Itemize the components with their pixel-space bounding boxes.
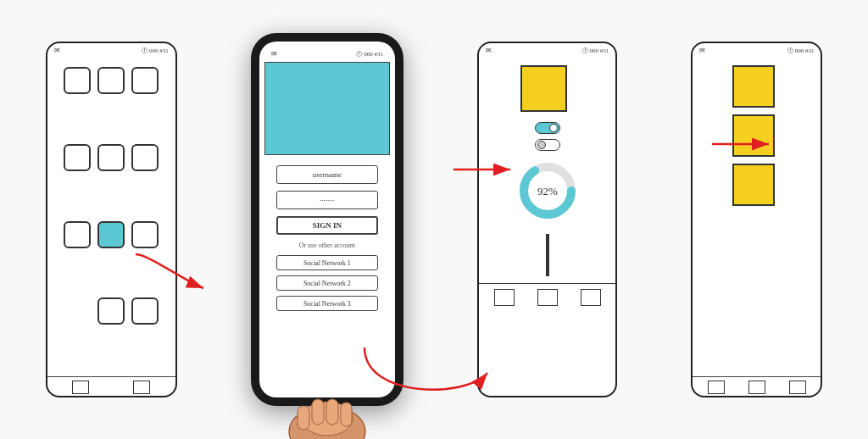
screen3-hero-image: [520, 65, 567, 112]
svg-rect-4: [312, 399, 324, 425]
screen4-img-1[interactable]: [732, 65, 775, 108]
screen4-tab-1[interactable]: [708, 381, 725, 394]
app-icon-9[interactable]: [131, 221, 159, 248]
screen3-frame: ✉ ⓕ 000 #31: [477, 42, 617, 397]
app-icon-3[interactable]: [131, 67, 159, 94]
screen1-tab-1[interactable]: [72, 381, 89, 394]
screen3-placeholder-box: [546, 234, 549, 276]
app-icon-12[interactable]: [131, 297, 159, 325]
app-icon-1[interactable]: [64, 67, 91, 94]
screen4-tab-2[interactable]: [748, 381, 765, 394]
screen4-img-3[interactable]: [732, 164, 775, 206]
app-icon-7[interactable]: [64, 221, 91, 248]
main-scene: ✉ ⓕ 000 #31: [0, 0, 868, 439]
screen3-email-icon: ✉: [486, 47, 492, 55]
social-network-2-button[interactable]: Social Network 2: [276, 275, 378, 291]
screen1-email-icon: ✉: [54, 47, 60, 55]
or-text-label: Or use other account: [299, 242, 355, 249]
screen1-status-icons: ⓕ 000 #31: [142, 47, 169, 55]
username-field[interactable]: username: [276, 165, 378, 184]
screen4-row-3: [732, 164, 782, 206]
toggle-switch-1[interactable]: [535, 122, 560, 134]
screen3-status-bar: ✉ ⓕ 000 #31: [479, 43, 615, 58]
screen1-bottom-tabs: [47, 376, 175, 396]
app-icon-8-highlighted[interactable]: [97, 221, 125, 248]
chart-percent-label: 92%: [537, 185, 558, 197]
toggle-switch-2[interactable]: [535, 139, 560, 151]
svg-rect-5: [326, 399, 338, 425]
screen3-status-icons: ⓕ 000 #31: [582, 47, 609, 55]
hand-svg: [276, 381, 378, 439]
hand-illustration: [276, 381, 378, 439]
screen1-tab-2[interactable]: [133, 381, 150, 394]
social1-label: Social Network 1: [303, 259, 351, 267]
screen3-toggle-2[interactable]: [535, 139, 560, 151]
donut-chart-svg: 92%: [518, 161, 577, 220]
app-icon-5[interactable]: [97, 144, 125, 171]
screen3-toggles: [528, 119, 567, 154]
screen4-frame: ✉ ⓕ 000 #31: [691, 42, 822, 397]
social-network-1-button[interactable]: Social Network 1: [276, 255, 378, 270]
screen4-status-icons: ⓕ 000 #31: [787, 47, 815, 55]
username-label: username: [313, 170, 342, 179]
screen1-status-bar: ✉ ⓕ 000 #31: [47, 43, 175, 58]
screen4-img-2[interactable]: [732, 114, 775, 157]
signin-label: SIGN IN: [313, 221, 342, 230]
password-field[interactable]: ········: [276, 191, 378, 209]
screen1-frame: ✉ ⓕ 000 #31: [46, 42, 177, 397]
app-icon-6[interactable]: [131, 144, 159, 171]
phone-container: ✉ ⓕ 000 #31 username ········ SIGN IN: [251, 33, 403, 406]
screen3-bottom-tabs: [479, 283, 615, 309]
screen1-app-grid: [53, 58, 169, 376]
social3-label: Social Network 3: [303, 300, 351, 308]
app-icon-4[interactable]: [64, 144, 91, 171]
phone-frame: ✉ ⓕ 000 #31 username ········ SIGN IN: [251, 33, 403, 406]
screen3-toggle-1[interactable]: [535, 122, 560, 134]
screen4-image-list: [726, 58, 788, 376]
screen4-email-icon: ✉: [699, 47, 705, 55]
social2-label: Social Network 2: [303, 280, 351, 287]
screen3-tab-1[interactable]: [494, 289, 515, 306]
screen4-row-2: [732, 114, 782, 157]
signin-button[interactable]: SIGN IN: [276, 216, 378, 235]
phone-status-bar: ✉ ⓕ 000 #31: [264, 47, 390, 62]
toggle-knob-2: [537, 141, 546, 149]
screen4-tab-3[interactable]: [789, 381, 806, 394]
social-network-3-button[interactable]: Social Network 3: [276, 296, 378, 311]
toggle-knob-1: [549, 124, 558, 132]
screen4-bottom-tabs: [693, 376, 821, 396]
screen3-hero-area: [514, 58, 581, 119]
phone-email-icon: ✉: [271, 50, 277, 58]
app-icon-2[interactable]: [97, 67, 125, 94]
screen3-tab-2[interactable]: [537, 289, 558, 306]
screen4-status-bar: ✉ ⓕ 000 #31: [693, 43, 821, 58]
screen4-row-1: [732, 65, 782, 108]
phone-screen: ✉ ⓕ 000 #31 username ········ SIGN IN: [259, 42, 395, 397]
password-label: ········: [320, 196, 335, 204]
svg-rect-3: [298, 406, 309, 430]
or-text: Or use other account: [264, 242, 390, 249]
screen3-chart-area: 92%: [511, 154, 584, 227]
phone-status-icons: ⓕ 000 #31: [356, 50, 383, 58]
screen3-tab-3[interactable]: [581, 289, 601, 306]
app-icon-spacer: [64, 297, 91, 325]
svg-rect-6: [341, 403, 352, 426]
app-icon-11[interactable]: [97, 297, 125, 325]
login-hero-image: [264, 62, 390, 155]
